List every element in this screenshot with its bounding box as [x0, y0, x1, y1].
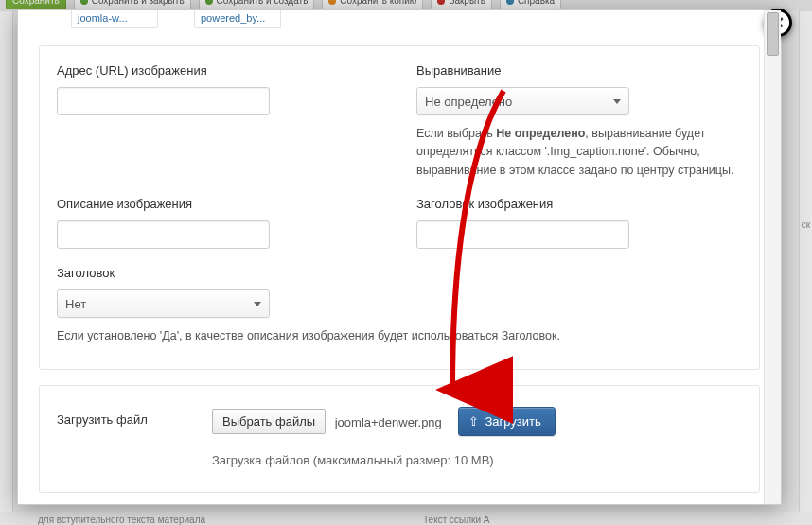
- image-url-input[interactable]: [57, 87, 270, 115]
- image-insert-modal: ✕ joomla-w... powered_by... Адрес (URL) …: [17, 9, 782, 505]
- thumbnail-label: powered_by...: [194, 10, 281, 28]
- align-help-text: Если выбрать Не определено, выравнивание…: [416, 125, 742, 180]
- upload-size-note: Загрузка файлов (максимальный размер: 10…: [212, 453, 742, 467]
- align-label: Выравнивание: [416, 63, 742, 78]
- align-select-value: Не определено: [425, 95, 512, 109]
- thumbnail-label: joomla-w...: [71, 10, 158, 28]
- choose-files-button[interactable]: Выбрать файлы: [212, 409, 326, 434]
- url-label: Адрес (URL) изображения: [57, 63, 382, 78]
- thumbnail-item[interactable]: powered_by...: [194, 10, 281, 28]
- chevron-down-icon: [254, 302, 261, 306]
- upload-panel-label: Загрузить файл: [57, 407, 191, 427]
- align-select[interactable]: Не определено: [416, 87, 629, 115]
- modal-scrollbar-thumb[interactable]: [767, 12, 779, 56]
- modal-body: joomla-w... powered_by... Адрес (URL) из…: [18, 10, 781, 504]
- upload-panel: Загрузить файл Выбрать файлы joomla+denw…: [39, 385, 760, 493]
- image-properties-panel: Адрес (URL) изображения Выравнивание Не …: [39, 45, 760, 370]
- upload-button-label: Загрузить: [485, 414, 540, 429]
- thumbnail-row: joomla-w... powered_by...: [39, 10, 760, 36]
- image-title-input[interactable]: [416, 220, 629, 249]
- modal-scrollbar-track[interactable]: [764, 10, 781, 504]
- chosen-file-name: joomla+denwer.png: [335, 415, 442, 429]
- upload-icon: [468, 415, 479, 428]
- caption-select[interactable]: Нет: [57, 289, 270, 318]
- caption-label: Заголовок: [57, 266, 742, 280]
- caption-help-text: Если установлено 'Да', в качестве описан…: [57, 327, 742, 345]
- caption-select-value: Нет: [65, 297, 86, 311]
- thumbnail-item[interactable]: joomla-w...: [71, 10, 158, 28]
- upload-button[interactable]: Загрузить: [458, 407, 555, 436]
- description-label: Описание изображения: [57, 197, 382, 211]
- chevron-down-icon: [613, 99, 621, 104]
- image-title-label: Заголовок изображения: [416, 197, 742, 211]
- image-description-input[interactable]: [57, 220, 270, 249]
